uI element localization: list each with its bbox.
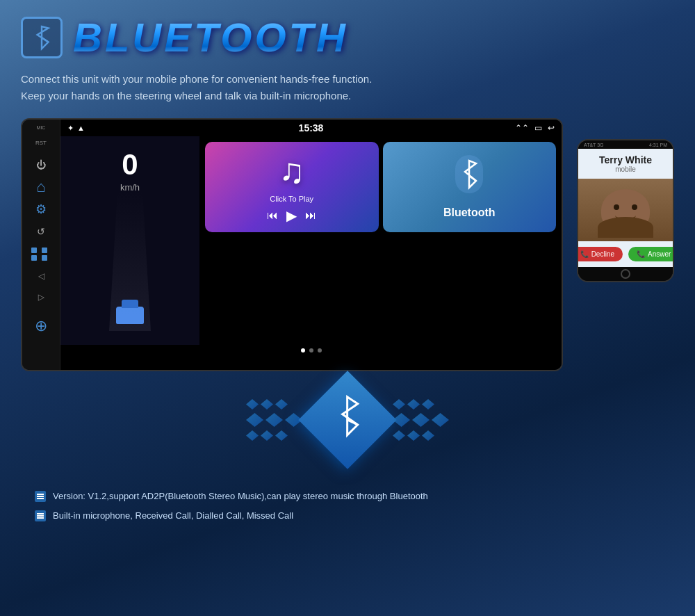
- speed-unit: km/h: [120, 182, 140, 193]
- music-controls-container: Click To Play ⏮ ▶ ⏭: [212, 195, 372, 224]
- bottom-info: Version: V1.2,support AD2P(Bluetooth Ste…: [21, 483, 674, 535]
- chev-r3: [422, 399, 434, 410]
- decline-icon: 📞: [580, 250, 589, 258]
- face-eye-left: [614, 204, 619, 210]
- status-left: ✦ ▲: [67, 124, 85, 133]
- power-button[interactable]: ⏻: [28, 155, 54, 175]
- subtitle-line1: Connect this unit with your mobile phone…: [21, 71, 674, 88]
- dot-3: [318, 348, 322, 352]
- back-button[interactable]: ↺: [28, 222, 54, 241]
- info-bullet-1: [35, 491, 46, 502]
- settings-button[interactable]: ⚙: [28, 200, 54, 219]
- chev-r5: [412, 413, 430, 427]
- bt-status-icon: ✦: [67, 124, 74, 133]
- info-item-2: Built-in microphone, Received Call, Dial…: [35, 509, 660, 523]
- chev-r8: [407, 430, 420, 441]
- caller-name: Terry White: [584, 154, 667, 165]
- home-button[interactable]: ⌂: [28, 177, 54, 197]
- info-text-2: Built-in microphone, Received Call, Dial…: [53, 509, 293, 523]
- chev-l1: [246, 399, 259, 410]
- call-header: Terry White mobile: [578, 149, 673, 179]
- info-bullet-2: [35, 510, 46, 521]
- chev-r1: [393, 399, 405, 410]
- music-tile[interactable]: ♫ Click To Play ⏮ ▶ ⏭: [205, 142, 379, 232]
- unit-screen: ✦ ▲ 15:38 ⌃⌃ ▭ ↩ 0: [60, 120, 562, 370]
- nav-button[interactable]: ⊕: [28, 316, 54, 336]
- decline-button[interactable]: 📞 Decline: [577, 247, 623, 261]
- car-unit: MIC RST ⏻ ⌂ ⚙ ↺ ◁ ◁ ⊕: [21, 118, 563, 371]
- chevron-row-2: [246, 413, 302, 427]
- bluetooth-tile[interactable]: Bluetooth: [383, 142, 557, 232]
- chev-l7: [246, 430, 259, 441]
- decline-label: Decline: [591, 250, 614, 258]
- page-container: BLUETOOTH Connect this unit with your mo…: [0, 0, 695, 616]
- volume-down-button[interactable]: ◁: [28, 266, 54, 286]
- bluetooth-tile-label: Bluetooth: [443, 206, 496, 219]
- caller-type: mobile: [584, 165, 667, 173]
- unit-sidebar: MIC RST ⏻ ⌂ ⚙ ↺ ◁ ◁ ⊕: [22, 120, 60, 370]
- subtitle-line2: Keep your hands on the steering wheel an…: [21, 88, 674, 104]
- chev-l8: [261, 430, 273, 441]
- rst-button[interactable]: RST: [28, 133, 54, 152]
- chev-l3: [275, 399, 288, 410]
- right-chevrons: [393, 399, 449, 441]
- face-eye-right: [632, 204, 637, 210]
- answer-button[interactable]: 📞 Answer: [628, 247, 674, 261]
- volume-up-button[interactable]: ◁: [28, 289, 54, 308]
- mic-label: MIC: [37, 125, 46, 130]
- status-right: ⌃⌃ ▭ ↩: [515, 123, 555, 133]
- bluetooth-header-icon: [21, 17, 63, 58]
- chev-l2: [261, 399, 273, 410]
- page-title: BLUETOOTH: [73, 14, 348, 60]
- phone-home-button[interactable]: [578, 267, 673, 281]
- dot-2: [309, 348, 313, 352]
- bluetooth-tile-icon: [452, 155, 486, 201]
- road-container: [60, 192, 199, 331]
- screen-area: MIC RST ⏻ ⌂ ⚙ ↺ ◁ ◁ ⊕: [21, 118, 674, 371]
- answer-icon: 📞: [637, 250, 645, 258]
- chev-l4: [246, 413, 263, 427]
- phone-time: 4:31 PM: [649, 143, 667, 147]
- chev-l9: [275, 430, 288, 441]
- play-button[interactable]: ▶: [286, 207, 297, 224]
- status-time: 15:38: [299, 122, 324, 133]
- phone-carrier: AT&T 3G: [584, 143, 604, 147]
- nav-dots: [60, 345, 562, 356]
- chev-r7: [393, 430, 405, 441]
- expand-icon: ⌃⌃: [515, 123, 529, 133]
- bullet-icon-1: [37, 496, 44, 497]
- speed-value: 0: [122, 150, 138, 179]
- unit-frame: MIC RST ⏻ ⌂ ⚙ ↺ ◁ ◁ ⊕: [22, 120, 562, 370]
- apps-button[interactable]: [28, 244, 54, 264]
- header: BLUETOOTH: [21, 14, 674, 60]
- chevron-row-r1: [393, 399, 449, 410]
- prev-button[interactable]: ⏮: [267, 209, 278, 222]
- call-buttons: 📞 Decline 📞 Answer: [578, 241, 673, 267]
- bullet-icon-2: [37, 515, 44, 517]
- dot-1: [301, 348, 305, 352]
- wifi-icon: ▲: [77, 124, 85, 133]
- window-icon: ▭: [534, 123, 542, 133]
- caller-photo: [578, 179, 673, 241]
- subtitle: Connect this unit with your mobile phone…: [21, 71, 674, 104]
- phone-mockup: AT&T 3G 4:31 PM Terry White mobile: [577, 139, 674, 282]
- face-body: [598, 217, 653, 238]
- chev-r6: [432, 413, 449, 427]
- phone-top: AT&T 3G 4:31 PM: [578, 140, 673, 149]
- screen-content: 0 km/h ♫: [60, 136, 562, 345]
- music-player-controls: ⏮ ▶ ⏭: [267, 207, 316, 224]
- chevron-row-r3: [393, 430, 449, 441]
- bt-diamond-icon: [330, 394, 365, 447]
- next-button[interactable]: ⏭: [305, 209, 316, 222]
- music-icon: ♫: [279, 151, 305, 191]
- chevron-row-r2: [393, 413, 449, 427]
- face: [601, 182, 650, 238]
- play-label: Click To Play: [270, 195, 313, 203]
- back-nav-icon: ↩: [548, 123, 555, 133]
- road-viz: 0 km/h: [60, 136, 199, 345]
- bt-diamond: [298, 371, 396, 469]
- bt-graphic-area: [21, 364, 674, 476]
- answer-label: Answer: [648, 250, 671, 258]
- chevron-row-1: [246, 399, 302, 410]
- status-bar: ✦ ▲ 15:38 ⌃⌃ ▭ ↩: [60, 120, 562, 136]
